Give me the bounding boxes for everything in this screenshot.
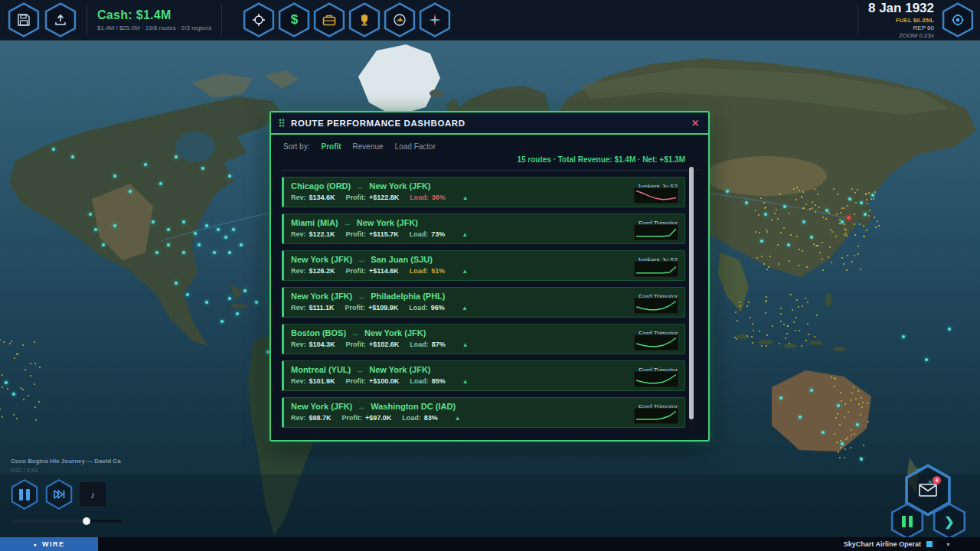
- sort-option-profit[interactable]: Profit: [321, 142, 341, 151]
- airport-dot: [182, 220, 185, 223]
- airport-dot: [799, 416, 802, 419]
- route-card[interactable]: New York (JFK) ↔ Washington DC (IAD) For…: [282, 397, 685, 428]
- airport-dot: [748, 302, 750, 303]
- load-button[interactable]: [44, 2, 77, 37]
- ticker-text-wrap[interactable]: SkyChart Airline Operat: [844, 540, 933, 548]
- airport-dot: [795, 330, 796, 331]
- alert-dot: [847, 216, 851, 220]
- airport-dot: [861, 397, 862, 399]
- airport-dot: [7, 388, 8, 390]
- airport-dot: [23, 399, 24, 400]
- profit-label: Profit:: [346, 377, 367, 385]
- pause-button[interactable]: [11, 479, 38, 510]
- dashboard-titlebar[interactable]: ROUTE PERFORMANCE DASHBOARD ✕: [271, 112, 708, 135]
- load-label: Load:: [410, 377, 429, 385]
- game-pause-button[interactable]: [890, 503, 924, 540]
- airport-dot: [815, 204, 816, 206]
- profit-label: Profit:: [346, 341, 367, 348]
- airport-dot: [228, 297, 231, 300]
- airport-dot: [860, 414, 861, 416]
- date-panel: 8 Jan 1932 FUEL $0.35/L REP 60 ZOOM 0.23…: [868, 0, 934, 39]
- aircraft-market-button[interactable]: [384, 2, 416, 37]
- airport-dot: [812, 207, 813, 209]
- airport-dot: [837, 413, 838, 415]
- airport-dot: [808, 334, 809, 335]
- achievements-button[interactable]: [348, 2, 381, 37]
- airport-dot: [766, 345, 767, 347]
- airport-dot: [205, 301, 208, 304]
- route-sparkline: [634, 408, 678, 424]
- route-destination: New York (JFK): [357, 218, 418, 227]
- airport-dot: [159, 182, 162, 185]
- airport-dot: [860, 457, 861, 458]
- profit-label: Profit:: [342, 414, 363, 422]
- airport-dot: [851, 261, 853, 262]
- volume-thumb[interactable]: [83, 517, 90, 525]
- new-route-button[interactable]: [419, 2, 451, 37]
- airport-dot: [205, 224, 208, 227]
- scrollbar[interactable]: [688, 165, 694, 432]
- airport-dot: [22, 344, 24, 346]
- briefcase-icon: [322, 14, 336, 26]
- airport-dot: [853, 386, 854, 388]
- game-date: 8 Jan 1932: [868, 0, 934, 16]
- route-card[interactable]: Chicago (ORD) ↔ New York (JFK) Junkers J…: [282, 177, 685, 207]
- profit-value: +$122.8K: [369, 194, 399, 201]
- airport-dot: [182, 251, 185, 254]
- fleet-button[interactable]: [313, 2, 345, 37]
- settings-button[interactable]: [942, 2, 974, 37]
- airport-dot: [822, 259, 823, 260]
- airport-dot: [11, 341, 12, 342]
- route-card[interactable]: Boston (BOS) ↔ New York (JFK) Ford Trimo…: [282, 324, 685, 354]
- airport-dot: [854, 223, 855, 225]
- airport-dot: [878, 225, 880, 227]
- airport-dot: [755, 231, 756, 233]
- volume-slider[interactable]: [11, 520, 122, 523]
- profit-value: +$115.7K: [369, 230, 399, 238]
- ticker-dropdown-icon[interactable]: ▼: [946, 542, 951, 547]
- sort-option-load-factor[interactable]: Load Factor: [395, 142, 436, 151]
- airport-dot: [855, 202, 857, 204]
- airport-dot: [780, 308, 782, 309]
- airport-dot: [798, 265, 799, 266]
- drag-handle-icon[interactable]: [279, 116, 285, 130]
- save-button[interactable]: [8, 2, 40, 37]
- trend-up-icon: ▲: [462, 378, 469, 385]
- route-card[interactable]: Miami (MIA) ↔ New York (JFK) Ford Trimot…: [282, 214, 685, 244]
- close-icon[interactable]: ✕: [690, 118, 701, 129]
- advance-button[interactable]: ❯: [933, 503, 966, 540]
- load-value: 85%: [432, 377, 446, 385]
- fuel-price: FUEL $0.35/L: [868, 17, 934, 24]
- finance-button[interactable]: $: [278, 2, 310, 37]
- airport-dot: [844, 223, 845, 225]
- airport-dot: [736, 338, 737, 340]
- next-track-button[interactable]: [45, 479, 73, 510]
- airport-dot: [777, 244, 779, 246]
- profit-value: +$114.6K: [369, 267, 399, 275]
- profit-value: +$109.9K: [368, 304, 398, 311]
- airport-dot: [766, 296, 767, 298]
- airport-dot: [740, 305, 741, 307]
- route-origin: New York (JFK): [291, 255, 352, 264]
- route-card[interactable]: Montreal (YUL) ↔ New York (JFK) Ford Tri…: [282, 360, 685, 391]
- route-arrow-icon: ↔: [358, 403, 365, 411]
- game-screen: Cash: $1.4M $1.4M / $25.0M · 15/8 routes…: [0, 0, 980, 551]
- cash-amount: Cash: $1.4M: [97, 8, 211, 22]
- airport-dot: [857, 189, 858, 191]
- airport-dot: [752, 342, 753, 344]
- airport-dot: [819, 252, 821, 253]
- routes-button[interactable]: [243, 2, 275, 37]
- route-card[interactable]: New York (JFK) ↔ Philadelphia (PHL) Ford…: [282, 287, 685, 318]
- airport-dot: [760, 240, 763, 243]
- wire-button[interactable]: ● WIRE: [0, 537, 98, 551]
- airport-dot: [38, 401, 40, 403]
- route-card[interactable]: New York (JFK) ↔ San Juan (SJU) Junkers …: [282, 250, 685, 281]
- route-arrow-icon: ↔: [356, 366, 364, 374]
- scrollbar-thumb[interactable]: [689, 167, 694, 419]
- airport-dot: [845, 439, 847, 440]
- music-toggle-button[interactable]: ♪: [80, 482, 106, 507]
- rev-value: $98.7K: [309, 414, 332, 422]
- airport-dot: [834, 386, 835, 387]
- sort-option-revenue[interactable]: Revenue: [353, 142, 384, 151]
- airport-dot: [34, 363, 36, 364]
